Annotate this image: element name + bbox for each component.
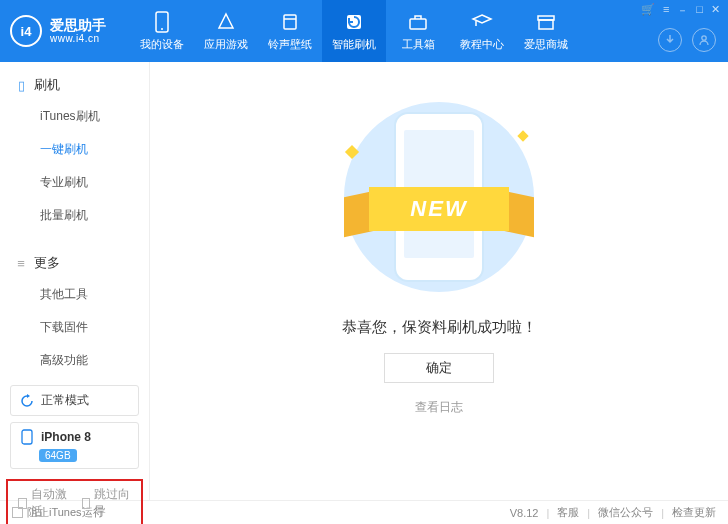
phone-icon xyxy=(151,11,173,33)
sidebar-item-firmware[interactable]: 下载固件 xyxy=(0,311,149,344)
sidebar-item-batch-flash[interactable]: 批量刷机 xyxy=(0,199,149,232)
success-message: 恭喜您，保资料刷机成功啦！ xyxy=(342,318,537,337)
nav-my-device[interactable]: 我的设备 xyxy=(130,0,194,62)
toolbox-icon xyxy=(407,11,429,33)
nav-shop[interactable]: 爱思商城 xyxy=(514,0,578,62)
opt-label: 自动激活 xyxy=(31,486,68,520)
shop-icon xyxy=(535,11,557,33)
svg-rect-5 xyxy=(410,19,426,29)
header: i4 爱思助手 www.i4.cn 我的设备 应用游戏 铃声壁纸 智能刷机 工具… xyxy=(0,0,728,62)
brand-name: 爱思助手 xyxy=(50,18,106,33)
list-icon: ≡ xyxy=(14,256,28,271)
sidebar: ▯ 刷机 iTunes刷机 一键刷机 专业刷机 批量刷机 ≡ 更多 其他工具 下… xyxy=(0,62,150,500)
sidebar-head-more[interactable]: ≡ 更多 xyxy=(0,248,149,278)
nav-ringtones[interactable]: 铃声壁纸 xyxy=(258,0,322,62)
close-button[interactable]: ✕ xyxy=(711,3,720,18)
nav-tutorials[interactable]: 教程中心 xyxy=(450,0,514,62)
window-controls: 🛒 ≡ － □ ✕ xyxy=(641,3,720,18)
logo-text: 爱思助手 www.i4.cn xyxy=(50,18,106,44)
nav-label: 爱思商城 xyxy=(524,37,568,52)
user-button[interactable] xyxy=(692,28,716,52)
mode-block[interactable]: 正常模式 xyxy=(10,385,139,416)
check-update-link[interactable]: 检查更新 xyxy=(672,505,716,520)
svg-rect-8 xyxy=(22,430,32,444)
device-phone-icon xyxy=(19,429,35,445)
sidebar-item-advanced[interactable]: 高级功能 xyxy=(0,344,149,377)
logo-icon: i4 xyxy=(10,15,42,47)
wechat-link[interactable]: 微信公众号 xyxy=(598,505,653,520)
sidebar-item-other-tools[interactable]: 其他工具 xyxy=(0,278,149,311)
device-block[interactable]: iPhone 8 64GB xyxy=(10,422,139,469)
menu-icon[interactable]: ≡ xyxy=(663,3,669,18)
section-title: 刷机 xyxy=(34,76,60,94)
music-icon xyxy=(279,11,301,33)
ribbon-label: NEW xyxy=(369,187,509,231)
section-title: 更多 xyxy=(34,254,60,272)
svg-rect-2 xyxy=(284,15,296,29)
svg-rect-6 xyxy=(539,20,553,29)
download-button[interactable] xyxy=(658,28,682,52)
mode-label: 正常模式 xyxy=(41,392,89,409)
nav-apps[interactable]: 应用游戏 xyxy=(194,0,258,62)
sidebar-item-pro-flash[interactable]: 专业刷机 xyxy=(0,166,149,199)
body: ▯ 刷机 iTunes刷机 一键刷机 专业刷机 批量刷机 ≡ 更多 其他工具 下… xyxy=(0,62,728,500)
logo-area: i4 爱思助手 www.i4.cn xyxy=(10,15,130,47)
auto-activate-checkbox[interactable]: 自动激活 xyxy=(18,486,68,520)
sidebar-item-itunes-flash[interactable]: iTunes刷机 xyxy=(0,100,149,133)
nav-label: 教程中心 xyxy=(460,37,504,52)
nav-label: 应用游戏 xyxy=(204,37,248,52)
opt-label: 跳过向导 xyxy=(94,486,131,520)
sidebar-section-flash: ▯ 刷机 iTunes刷机 一键刷机 专业刷机 批量刷机 xyxy=(0,62,149,240)
nav-label: 铃声壁纸 xyxy=(268,37,312,52)
device-name: iPhone 8 xyxy=(41,430,91,444)
header-right-buttons xyxy=(658,28,716,52)
svg-point-7 xyxy=(702,36,706,40)
nav-flash[interactable]: 智能刷机 xyxy=(322,0,386,62)
storage-badge: 64GB xyxy=(39,449,77,462)
refresh-icon xyxy=(19,393,35,409)
success-illustration: NEW xyxy=(319,92,559,302)
minimize-button[interactable]: － xyxy=(677,3,688,18)
nav-label: 我的设备 xyxy=(140,37,184,52)
main-content: NEW 恭喜您，保资料刷机成功啦！ 确定 查看日志 xyxy=(150,62,728,500)
phone-small-icon: ▯ xyxy=(14,78,28,93)
skip-guide-checkbox[interactable]: 跳过向导 xyxy=(82,486,132,520)
sidebar-item-onekey-flash[interactable]: 一键刷机 xyxy=(0,133,149,166)
nav-label: 工具箱 xyxy=(402,37,435,52)
maximize-button[interactable]: □ xyxy=(696,3,703,18)
nav-tools[interactable]: 工具箱 xyxy=(386,0,450,62)
top-nav: 我的设备 应用游戏 铃声壁纸 智能刷机 工具箱 教程中心 爱思商城 xyxy=(130,0,578,62)
brand-url: www.i4.cn xyxy=(50,33,106,44)
svg-point-1 xyxy=(161,28,163,30)
support-link[interactable]: 客服 xyxy=(557,505,579,520)
tutorial-icon xyxy=(471,11,493,33)
apps-icon xyxy=(215,11,237,33)
nav-label: 智能刷机 xyxy=(332,37,376,52)
sidebar-section-more: ≡ 更多 其他工具 下载固件 高级功能 xyxy=(0,240,149,385)
ok-button[interactable]: 确定 xyxy=(384,353,494,383)
highlighted-options: 自动激活 跳过向导 xyxy=(6,479,143,524)
flash-icon xyxy=(343,11,365,33)
view-log-link[interactable]: 查看日志 xyxy=(415,399,463,416)
version-label: V8.12 xyxy=(510,507,539,519)
cart-icon[interactable]: 🛒 xyxy=(641,3,655,18)
sidebar-head-flash[interactable]: ▯ 刷机 xyxy=(0,70,149,100)
